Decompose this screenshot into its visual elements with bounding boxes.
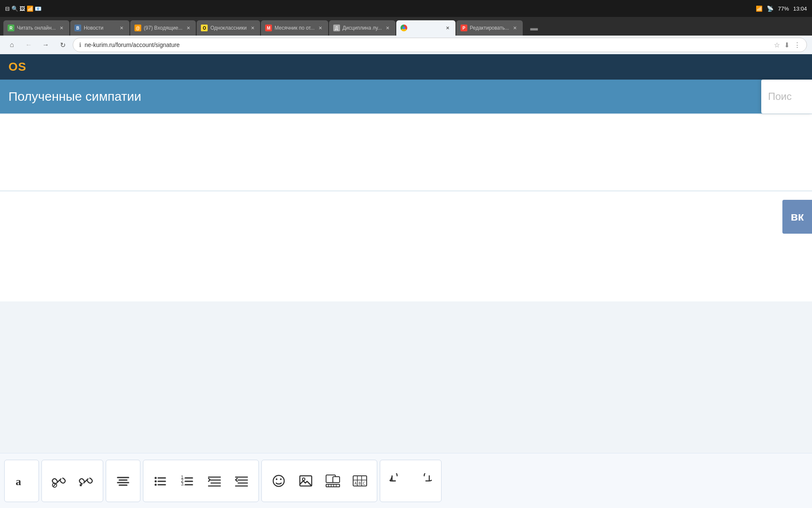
site-header: OS bbox=[0, 54, 812, 80]
svg-point-13 bbox=[155, 483, 157, 486]
tab-2[interactable]: В Новости ✕ bbox=[70, 20, 129, 36]
tab-5-label: Месячник по от... bbox=[274, 25, 315, 31]
signal-icon: 📡 bbox=[767, 6, 774, 12]
search-overlay[interactable]: Поиc bbox=[761, 80, 812, 113]
tab-3-favicon: @ bbox=[134, 25, 141, 31]
status-bar-right: 📶 📡 77% 13:04 bbox=[756, 6, 807, 12]
btn-indent-more[interactable] bbox=[202, 468, 227, 494]
svg-point-30 bbox=[276, 478, 277, 480]
address-bar-row: ⌂ ← → ↻ ℹ ne-kurim.ru/forum/account/sign… bbox=[0, 36, 812, 54]
forward-button[interactable]: → bbox=[39, 38, 52, 52]
btn-indent-less[interactable] bbox=[229, 468, 254, 494]
tab-5-close[interactable]: ✕ bbox=[317, 25, 324, 31]
address-box[interactable]: ℹ ne-kurim.ru/forum/account/signature ☆ … bbox=[73, 38, 807, 52]
btn-emoji[interactable] bbox=[266, 468, 291, 494]
svg-text:a: a bbox=[16, 475, 21, 488]
btn-special-char[interactable]: A B C bbox=[347, 468, 373, 494]
svg-text:3.: 3. bbox=[181, 482, 184, 486]
svg-text:B: B bbox=[359, 481, 361, 486]
btn-link[interactable] bbox=[46, 468, 71, 494]
tab-7-close[interactable]: ✕ bbox=[444, 25, 451, 31]
svg-rect-36 bbox=[326, 484, 340, 487]
tab-8-favicon: Р bbox=[461, 25, 467, 31]
svg-point-29 bbox=[273, 475, 284, 486]
toolbar-group-history bbox=[380, 460, 442, 502]
svg-line-2 bbox=[53, 484, 56, 486]
status-bar-left: ⊟ 🔍 🖼 📶 📧 bbox=[5, 6, 41, 12]
btn-redo[interactable] bbox=[411, 468, 437, 494]
btn-ul[interactable] bbox=[148, 468, 173, 494]
tab-6-favicon: Д bbox=[333, 25, 340, 31]
svg-text:A: A bbox=[354, 481, 357, 486]
wifi-icon: 📶 bbox=[756, 6, 763, 12]
svg-text:C: C bbox=[363, 481, 365, 486]
browser-chrome: R Читать онлайн... ✕ В Новости ✕ @ (97) … bbox=[0, 17, 812, 54]
btn-unlink[interactable] bbox=[73, 468, 99, 494]
new-tab-button[interactable]: ▬ bbox=[524, 20, 545, 36]
url-display[interactable]: ne-kurim.ru/forum/account/signature bbox=[85, 41, 771, 48]
search-placeholder-text: Поиc bbox=[768, 91, 792, 102]
tab-8-label: Редактировать... bbox=[470, 25, 509, 31]
tab-8-close[interactable]: ✕ bbox=[512, 25, 518, 31]
svg-point-31 bbox=[280, 478, 282, 480]
time-display: 13:04 bbox=[793, 6, 807, 12]
btn-image[interactable] bbox=[293, 468, 318, 494]
back-button[interactable]: ← bbox=[22, 38, 36, 52]
toolbar-group-insert: A B C bbox=[261, 460, 377, 502]
page-title: Полученные симпатии bbox=[8, 89, 141, 104]
btn-media[interactable] bbox=[320, 468, 346, 494]
toolbar-group-links bbox=[41, 460, 103, 502]
home-button[interactable]: ⌂ bbox=[5, 38, 19, 52]
toolbar-group-text: a bbox=[4, 460, 39, 502]
battery-text: 77% bbox=[778, 6, 789, 12]
tab-3-label: (97) Входящие... bbox=[144, 25, 183, 31]
status-icons: ⊟ 🔍 🖼 📶 📧 bbox=[5, 6, 41, 12]
tab-3-close[interactable]: ✕ bbox=[185, 25, 192, 31]
tab-4[interactable]: О Одноклассники ✕ bbox=[197, 20, 260, 36]
tab-1-favicon: R bbox=[8, 25, 14, 31]
tab-6[interactable]: Д Дисциплина лу... ✕ bbox=[329, 20, 395, 36]
status-bar: ⊟ 🔍 🖼 📶 📧 📶 📡 77% 13:04 bbox=[0, 0, 812, 17]
tab-7-active[interactable]: ✕ bbox=[396, 20, 455, 36]
toolbar-group-align bbox=[106, 460, 140, 502]
svg-rect-35 bbox=[333, 477, 340, 483]
tab-3[interactable]: @ (97) Входящие... ✕ bbox=[130, 20, 196, 36]
toolbar-group-lists: 1. 2. 3. bbox=[143, 460, 259, 502]
tab-4-favicon: О bbox=[201, 25, 208, 31]
vk-widget[interactable]: вк bbox=[782, 200, 812, 234]
bookmark-icon[interactable]: ☆ bbox=[774, 41, 780, 49]
btn-text-a[interactable]: a bbox=[9, 468, 34, 494]
content-blank-top bbox=[0, 114, 812, 190]
menu-icon[interactable]: ⋮ bbox=[794, 41, 801, 49]
tab-4-close[interactable]: ✕ bbox=[249, 25, 256, 31]
tab-4-label: Одноклассники bbox=[210, 25, 247, 31]
address-icons: ☆ ⬇ ⋮ bbox=[774, 41, 801, 49]
main-content: OS Полученные симпатии Поиc вк bbox=[0, 54, 812, 491]
svg-point-33 bbox=[302, 478, 305, 480]
vk-logo-text: вк bbox=[790, 210, 804, 224]
tab-5[interactable]: М Месячник по от... ✕ bbox=[261, 20, 328, 36]
tab-bar: R Читать онлайн... ✕ В Новости ✕ @ (97) … bbox=[0, 17, 812, 36]
tab-6-label: Дисциплина лу... bbox=[343, 25, 382, 31]
svg-point-9 bbox=[155, 477, 157, 479]
btn-ol[interactable]: 1. 2. 3. bbox=[175, 468, 200, 494]
site-logo: OS bbox=[8, 60, 26, 74]
tab-2-label: Новости bbox=[84, 25, 103, 31]
toolbar: a bbox=[0, 453, 812, 508]
tab-2-favicon: В bbox=[74, 25, 81, 31]
btn-align-center[interactable] bbox=[110, 468, 136, 494]
tab-1[interactable]: R Читать онлайн... ✕ bbox=[3, 20, 69, 36]
download-icon[interactable]: ⬇ bbox=[784, 41, 790, 49]
tab-6-close[interactable]: ✕ bbox=[384, 25, 391, 31]
tab-5-favicon: М bbox=[265, 25, 272, 31]
page-hero: Полученные симпатии Поиc bbox=[0, 80, 812, 113]
content-blank-bottom: вк bbox=[0, 191, 812, 301]
tab-8[interactable]: Р Редактировать... ✕ bbox=[456, 20, 523, 36]
tab-1-label: Читать онлайн... bbox=[17, 25, 56, 31]
svg-point-11 bbox=[155, 480, 157, 482]
tab-2-close[interactable]: ✕ bbox=[118, 25, 125, 31]
reload-button[interactable]: ↻ bbox=[56, 38, 69, 52]
tab-1-close[interactable]: ✕ bbox=[58, 25, 65, 31]
btn-undo[interactable] bbox=[384, 468, 410, 494]
tab-7-favicon bbox=[401, 25, 407, 31]
